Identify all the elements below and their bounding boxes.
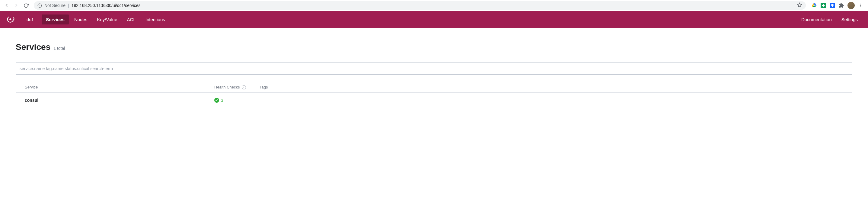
browser-toolbar: Not Secure | 192.168.250.11:8500/ui/dc1/… bbox=[0, 0, 868, 11]
site-info-icon[interactable] bbox=[37, 3, 42, 8]
page-title: Services bbox=[16, 42, 51, 52]
table-header: Service Health Checks i Tags bbox=[16, 82, 852, 93]
nav-intentions[interactable]: Intentions bbox=[141, 14, 169, 25]
svg-point-7 bbox=[861, 5, 861, 6]
profile-avatar[interactable] bbox=[847, 2, 855, 9]
consul-logo-icon[interactable] bbox=[6, 14, 16, 24]
consul-top-nav: dc1 Services Nodes Key/Value ACL Intenti… bbox=[0, 11, 868, 28]
datacenter-selector[interactable]: dc1 bbox=[22, 14, 38, 25]
nav-acl[interactable]: ACL bbox=[123, 14, 140, 25]
health-badge: 3 bbox=[214, 98, 223, 103]
bookmark-star-icon[interactable] bbox=[797, 2, 802, 8]
svg-point-12 bbox=[13, 19, 14, 19]
svg-point-6 bbox=[861, 4, 861, 4]
svg-point-11 bbox=[13, 17, 14, 18]
svg-marker-3 bbox=[797, 3, 802, 7]
extension-icons bbox=[809, 2, 866, 9]
menu-dots-icon[interactable] bbox=[858, 2, 864, 8]
reload-button[interactable] bbox=[22, 1, 30, 10]
title-divider bbox=[16, 58, 852, 58]
svg-point-13 bbox=[13, 19, 14, 20]
nav-documentation[interactable]: Documentation bbox=[797, 14, 836, 25]
service-name: consul bbox=[25, 98, 38, 103]
info-icon[interactable]: i bbox=[242, 85, 246, 89]
divider: | bbox=[68, 3, 69, 8]
health-count: 3 bbox=[221, 98, 223, 103]
puzzle-extension-icon[interactable] bbox=[838, 2, 844, 8]
nav-services[interactable]: Services bbox=[42, 14, 69, 25]
shield-extension-icon[interactable] bbox=[829, 2, 835, 8]
back-button[interactable] bbox=[2, 1, 11, 10]
page-count: 1 total bbox=[54, 46, 65, 51]
security-status: Not Secure bbox=[44, 3, 65, 8]
table-row[interactable]: consul 3 bbox=[16, 93, 852, 108]
header-tags: Tags bbox=[259, 85, 843, 89]
nav-key-value[interactable]: Key/Value bbox=[93, 14, 121, 25]
svg-point-8 bbox=[861, 6, 861, 7]
header-health-label: Health Checks bbox=[214, 85, 240, 89]
nav-settings[interactable]: Settings bbox=[837, 14, 862, 25]
svg-point-10 bbox=[9, 19, 11, 20]
page-title-row: Services 1 total bbox=[16, 42, 852, 52]
drive-extension-icon[interactable] bbox=[811, 2, 817, 8]
plus-extension-icon[interactable] bbox=[820, 2, 826, 8]
main-content: Services 1 total Service Health Checks i… bbox=[0, 28, 868, 123]
header-service: Service bbox=[25, 85, 214, 89]
address-bar[interactable]: Not Secure | 192.168.250.11:8500/ui/dc1/… bbox=[34, 1, 806, 10]
url-text: 192.168.250.11:8500/ui/dc1/services bbox=[71, 3, 141, 8]
search-input[interactable] bbox=[16, 62, 852, 74]
forward-button[interactable] bbox=[12, 1, 21, 10]
svg-point-14 bbox=[13, 21, 14, 22]
header-health: Health Checks i bbox=[214, 85, 259, 89]
nav-nodes[interactable]: Nodes bbox=[70, 14, 91, 25]
check-circle-icon bbox=[214, 98, 219, 103]
